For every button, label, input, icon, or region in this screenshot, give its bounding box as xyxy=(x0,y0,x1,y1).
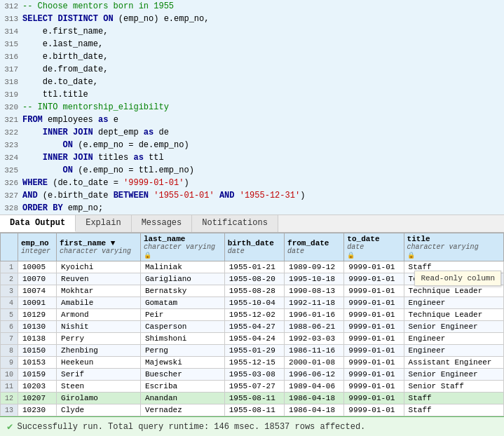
table-row: 510129ArmondPeir1955-12-021996-01-169999… xyxy=(1,309,504,321)
code-editor[interactable]: 312 -- Choose mentors born in 1955 313 S… xyxy=(0,0,504,215)
table-row: 1310230ClydeVernadez1955-08-111986-04-18… xyxy=(1,404,504,416)
code-line-318: 318 de.to_date, xyxy=(0,76,504,88)
code-line-313: 313 SELECT DISTINCT ON (emp_no) e.emp_no… xyxy=(0,13,504,25)
check-icon: ✔ xyxy=(7,421,13,432)
code-line-321: 321 FROM employees as e xyxy=(0,114,504,126)
table-row: 310074MokhtarBernatsky1955-08-281990-08-… xyxy=(1,285,504,297)
results-table: emp_no integer first_name ▼ character va… xyxy=(0,233,504,416)
col-header-last_name: last_name character varying 🔒 xyxy=(140,233,224,261)
tabs-bar: Data Output Explain Messages Notificatio… xyxy=(0,215,504,233)
code-line-323: 323 ON (e.emp_no = de.emp_no) xyxy=(0,139,504,151)
tab-notifications[interactable]: Notifications xyxy=(192,215,278,232)
col-header-to_date: to_date date 🔒 xyxy=(344,233,404,261)
code-line-317: 317 de.from_date, xyxy=(0,63,504,76)
code-line-314: 314 e.first_name, xyxy=(0,25,504,38)
tab-explain[interactable]: Explain xyxy=(76,215,131,232)
table-row: 810150ZhenbingPerng1955-01-291986-11-169… xyxy=(1,345,504,357)
code-line-316: 316 e.birth_date, xyxy=(0,50,504,63)
code-line-312: 312 -- Choose mentors born in 1955 xyxy=(0,0,504,13)
col-header-birth_date: birth_date date xyxy=(224,233,284,261)
readonly-tooltip: Read-only column xyxy=(414,271,501,286)
success-message: Successfully run. Total query runtime: 1… xyxy=(17,422,365,432)
code-line-320: 320 -- INTO mentorship_eligibilty xyxy=(0,101,504,114)
col-header-from_date: from_date date xyxy=(285,233,344,261)
table-row: 410091AmabileGomatam1955-10-041992-11-18… xyxy=(1,297,504,309)
data-table-container: Read-only column emp_no integer first_na… xyxy=(0,233,504,416)
success-bar: ✔ Successfully run. Total query runtime:… xyxy=(0,416,504,436)
col-header-emp_no: emp_no integer xyxy=(18,233,57,261)
col-header-first_name: first_name ▼ character varying xyxy=(57,233,141,261)
code-line-324: 324 INNER JOIN titles as ttl xyxy=(0,151,504,164)
tab-messages[interactable]: Messages xyxy=(132,215,193,232)
table-header-row: emp_no integer first_name ▼ character va… xyxy=(1,233,504,261)
table-row: 710138PerryShimshoni1955-04-241992-03-03… xyxy=(1,333,504,345)
table-row: 1110203SteenEscriba1955-07-271989-04-069… xyxy=(1,381,504,393)
table-row: 1210207GirolamoAnandan1955-08-111986-04-… xyxy=(1,393,504,404)
code-line-325: 325 ON (e.emp_no = ttl.emp_no) xyxy=(0,164,504,177)
code-line-322: 322 INNER JOIN dept_emp as de xyxy=(0,126,504,139)
code-line-328: 328 ORDER BY emp_no; xyxy=(0,202,504,214)
code-line-326: 326 WHERE (de.to_date = '9999-01-01') xyxy=(0,177,504,189)
code-line-327: 327 AND (e.birth_date BETWEEN '1955-01-0… xyxy=(0,189,504,202)
table-row: 610130NishitCasperson1955-04-271988-06-2… xyxy=(1,321,504,333)
code-line-315: 315 e.last_name, xyxy=(0,38,504,50)
tab-data-output[interactable]: Data Output xyxy=(0,215,76,232)
table-row: 910153HeekeunMajewski1955-12-152000-01-0… xyxy=(1,357,504,369)
code-line-319: 319 ttl.title xyxy=(0,88,504,101)
table-row: 1010159SerifBuescher1955-03-081996-06-12… xyxy=(1,369,504,381)
col-header-title: title character varying 🔒 xyxy=(404,233,503,261)
col-header-rownum xyxy=(1,233,18,261)
